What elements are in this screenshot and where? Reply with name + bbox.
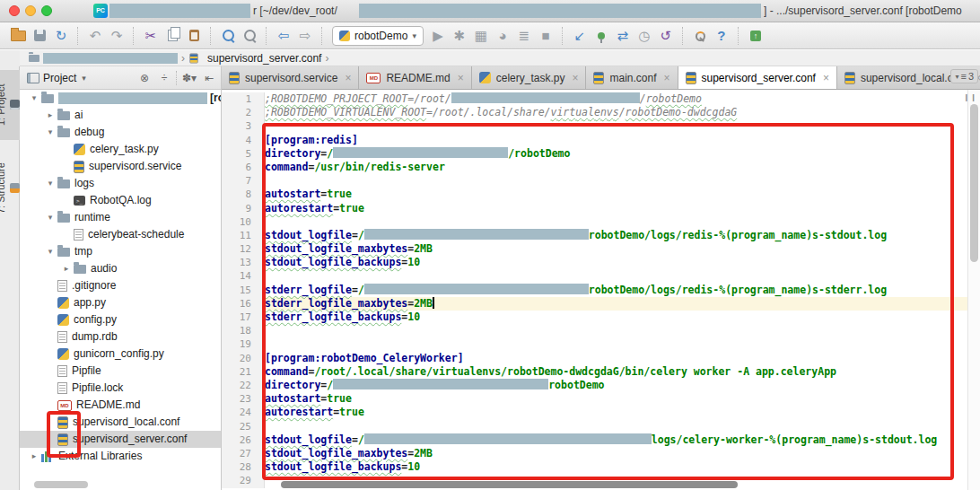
expand-collapse-icon[interactable]: ÷ xyxy=(156,72,172,84)
close-tab-icon[interactable]: × xyxy=(572,72,578,84)
expanded-arrow-icon[interactable]: ▾ xyxy=(43,243,57,260)
vertical-scrollbar-thumb[interactable] xyxy=(970,104,978,262)
code-line-25[interactable] xyxy=(265,420,967,433)
code-line-13[interactable]: stdout_logfile_backups=10 xyxy=(265,256,967,269)
collapsed-arrow-icon[interactable]: ▸ xyxy=(27,448,41,465)
tree-item-runtime[interactable]: ▾runtime xyxy=(20,209,221,226)
hidden-tabs-dropdown[interactable]: ▾ ≡ 3 xyxy=(950,69,978,83)
navigate-forward-button[interactable]: ⇨ xyxy=(294,25,316,47)
code-line-6[interactable]: command=/usr/bin/redis-server xyxy=(265,161,967,174)
replace-button[interactable] xyxy=(239,25,260,47)
redo-button[interactable]: ↷ xyxy=(106,25,127,47)
breadcrumb-file[interactable]: supervisord_server.conf xyxy=(207,52,321,65)
stop-button[interactable]: ■ xyxy=(535,25,556,47)
collapsed-arrow-icon[interactable]: ▸ xyxy=(43,107,57,124)
tree-item-dump-rdb[interactable]: dump.rdb xyxy=(20,328,221,346)
expanded-arrow-icon[interactable]: ▾ xyxy=(43,209,57,226)
code-line-18[interactable] xyxy=(265,324,967,337)
synchronize-button[interactable]: ↻ xyxy=(50,25,72,47)
vcs-update-button[interactable]: ↙ xyxy=(569,25,591,47)
close-tab-icon[interactable]: × xyxy=(345,72,351,84)
tab-main-conf[interactable]: main.conf× xyxy=(586,66,678,89)
code-line-3[interactable] xyxy=(265,119,967,133)
tree-item-logs[interactable]: ▾logs xyxy=(20,175,221,192)
code-line-17[interactable]: stderr_logfile_backups=10 xyxy=(265,311,967,324)
code-line-5[interactable]: directory=//robotDemo xyxy=(265,147,967,161)
code-line-12[interactable]: stdout_logfile_maxbytes=2MB xyxy=(265,242,967,256)
tab-supervisord-service[interactable]: supervisord.service× xyxy=(222,66,359,89)
tree-item-tmp[interactable]: ▾tmp xyxy=(20,243,221,260)
run-with-coverage-button[interactable]: ▦ xyxy=(470,25,492,47)
tree-item-celerybeat-schedule[interactable]: celerybeat-schedule xyxy=(20,226,221,243)
code-line-29[interactable] xyxy=(265,474,967,481)
tab-supervisord-server-conf[interactable]: supervisord_server.conf× xyxy=(678,66,837,89)
code-line-11[interactable]: stdout_logfile=/robotDemo/logs/redis-%(p… xyxy=(265,229,967,242)
tree-item-external-libraries[interactable]: ▸External Libraries xyxy=(20,448,221,465)
expanded-arrow-icon[interactable]: ▾ xyxy=(43,175,57,192)
open-button[interactable] xyxy=(7,25,29,47)
close-tab-icon[interactable]: × xyxy=(823,72,829,84)
navigate-back-button[interactable]: ⇦ xyxy=(273,25,294,47)
code-line-1[interactable]: ;ROBOTDEMO_PRJOECT_ROOT=/root//robotDemo xyxy=(265,92,967,106)
code-line-9[interactable]: autorestart=true xyxy=(265,202,967,215)
code-line-7[interactable] xyxy=(265,174,967,188)
editor-horizontal-scrollbar[interactable] xyxy=(281,481,738,488)
tree-item-readme-md[interactable]: MDREADME.md xyxy=(20,397,221,414)
code-line-26[interactable]: stdout_logfile=/logs/celery-worker-%(pro… xyxy=(265,433,967,447)
sidebar-item-project[interactable]: 1: Project xyxy=(0,70,20,140)
tab-readme-md[interactable]: MDREADME.md× xyxy=(359,66,471,89)
tree-horizontal-scrollbar[interactable] xyxy=(34,481,88,488)
editor[interactable]: 1234567891011121314151617181920212223242… xyxy=(222,90,980,490)
tree-item-pipfile[interactable]: Pipfile xyxy=(20,363,221,380)
editor-vertical-scrollbar[interactable]: ❙❙ xyxy=(967,90,980,490)
code-line-14[interactable] xyxy=(265,269,967,283)
tree-item-supervisord-local-conf[interactable]: supervisord_local.conf xyxy=(20,414,221,431)
tab-celery-task-py[interactable]: celery_task.py× xyxy=(472,66,587,89)
settings-button[interactable] xyxy=(689,25,711,47)
undo-button[interactable]: ↶ xyxy=(84,25,106,47)
expanded-arrow-icon[interactable]: ▾ xyxy=(43,124,57,141)
hide-panel-icon[interactable]: ⇤ xyxy=(201,72,217,84)
concurrency-diagram-button[interactable]: ≣ xyxy=(513,25,535,47)
tree-item-robotqa-log[interactable]: >_RobotQA.log xyxy=(20,192,221,209)
expanded-arrow-icon[interactable]: ▾ xyxy=(27,90,41,107)
vcs-compare-button[interactable]: ⇄ xyxy=(612,25,634,47)
code-line-28[interactable]: stdout_logfile_backups=10 xyxy=(265,460,967,474)
code-line-22[interactable]: directory=/robotDemo xyxy=(265,379,967,392)
tree-item--gitignore[interactable]: .gitignore xyxy=(20,277,221,294)
locate-target-icon[interactable]: ⊗ xyxy=(136,72,153,84)
code-line-15[interactable]: stderr_logfile=/robotDemo/logs/redis-%(p… xyxy=(265,284,967,297)
close-window-button[interactable] xyxy=(9,5,20,16)
sidebar-item-structure[interactable]: 7: Structure xyxy=(0,149,20,228)
run-configuration-selector[interactable]: robotDemo ▾ xyxy=(332,26,424,46)
tree-item-celery-task-py[interactable]: celery_task.py xyxy=(20,141,221,158)
paste-button[interactable] xyxy=(183,25,205,47)
tree-item--ro[interactable]: ▾[ro xyxy=(20,90,221,107)
collapsed-arrow-icon[interactable]: ▸ xyxy=(59,260,74,277)
vcs-history-button[interactable]: ◷ xyxy=(634,25,655,47)
find-button[interactable] xyxy=(217,25,239,47)
code-line-20[interactable]: [program:robotDemo_CeleryWorker] xyxy=(265,352,967,365)
vcs-commit-button[interactable] xyxy=(591,25,612,47)
debug-button[interactable]: ✱ xyxy=(449,25,470,47)
tree-item-supervisord-service[interactable]: supervisord.service xyxy=(20,158,221,175)
tree-item-app-py[interactable]: app.py xyxy=(20,294,221,311)
tree-item-debug[interactable]: ▾debug xyxy=(20,124,221,141)
code-line-16[interactable]: stderr_logfile_maxbytes=2MB xyxy=(265,297,967,311)
copy-button[interactable] xyxy=(162,25,183,47)
code-line-23[interactable]: autostart=true xyxy=(265,392,967,406)
run-button[interactable]: ▶ xyxy=(427,25,449,47)
tree-item-pipfile-lock[interactable]: Pipfile.lock xyxy=(20,380,221,397)
tree-item-config-py[interactable]: config.py xyxy=(20,311,221,328)
code-line-24[interactable]: autorestart=true xyxy=(265,406,967,419)
code-line-19[interactable] xyxy=(265,337,967,351)
minimize-window-button[interactable] xyxy=(25,5,36,16)
code-line-8[interactable]: autostart=true xyxy=(265,188,967,201)
code-line-21[interactable]: command=/root/.local/share/virtualenvs/r… xyxy=(265,365,967,379)
zoom-window-button[interactable] xyxy=(41,5,52,16)
cut-button[interactable]: ✂ xyxy=(140,25,162,47)
tree-item-audio[interactable]: ▸audio xyxy=(20,260,221,277)
vcs-rollback-button[interactable]: ↺ xyxy=(655,25,677,47)
profiler-button[interactable]: ◕ xyxy=(492,25,513,47)
editor-code-area[interactable]: ;ROBOTDEMO_PRJOECT_ROOT=/root//robotDemo… xyxy=(265,92,967,481)
